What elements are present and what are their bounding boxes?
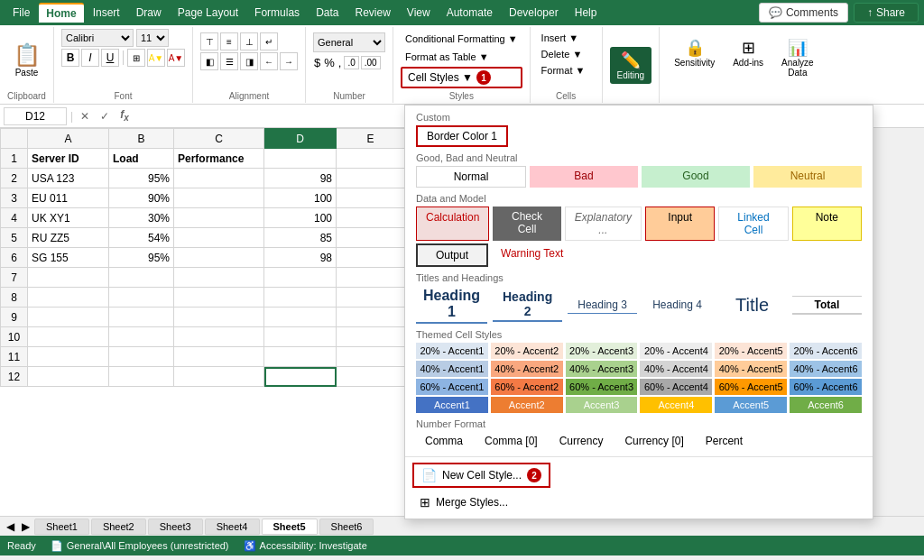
cell-A12[interactable] — [28, 367, 109, 387]
cell-B5[interactable]: 54% — [109, 228, 174, 248]
menu-page-layout[interactable]: Page Layout — [171, 4, 245, 22]
font-color-button[interactable]: A▼ — [167, 49, 185, 67]
italic-button[interactable]: I — [81, 49, 99, 67]
row-header-9[interactable]: 9 — [1, 308, 28, 327]
row-header-7[interactable]: 7 — [1, 268, 28, 288]
accent-20-4[interactable]: 20% - Accent4 — [640, 343, 712, 359]
menu-view[interactable]: View — [400, 4, 438, 22]
cell-E11[interactable] — [337, 347, 405, 367]
heading3-style[interactable]: Heading 3 — [568, 297, 637, 314]
sheet-tab-sheet6[interactable]: Sheet6 — [319, 519, 374, 535]
cell-B8[interactable] — [109, 288, 174, 308]
menu-automate[interactable]: Automate — [439, 4, 500, 22]
align-left-button[interactable]: ◧ — [200, 52, 218, 70]
cell-D6[interactable]: 98 — [264, 248, 337, 268]
cell-A7[interactable] — [28, 268, 109, 288]
accent-20-5[interactable]: 20% - Accent5 — [715, 343, 787, 359]
indent-increase-button[interactable]: → — [280, 52, 298, 70]
sheet-tab-sheet3[interactable]: Sheet3 — [148, 519, 203, 535]
cell-B2[interactable]: 95% — [109, 169, 174, 188]
cell-E7[interactable] — [337, 268, 405, 288]
cell-A11[interactable] — [28, 347, 109, 367]
cell-B6[interactable]: 95% — [109, 248, 174, 268]
accessibility-status[interactable]: ♿ Accessibility: Investigate — [244, 540, 367, 552]
accent-60-6[interactable]: 60% - Accent6 — [790, 379, 862, 395]
accent-60-4[interactable]: 60% - Accent4 — [640, 379, 712, 395]
cell-B1[interactable]: Load — [109, 149, 174, 169]
merge-styles-button[interactable]: ⊞ Merge Styles... — [412, 491, 515, 513]
row-header-6[interactable]: 6 — [1, 248, 28, 268]
cell-E12[interactable] — [337, 367, 405, 387]
row-header-8[interactable]: 8 — [1, 288, 28, 308]
cell-E1[interactable] — [337, 149, 405, 169]
accent-60-1[interactable]: 60% - Accent1 — [416, 379, 488, 395]
cell-D1[interactable] — [264, 149, 337, 169]
menu-home[interactable]: Home — [39, 3, 83, 23]
cell-C9[interactable] — [174, 308, 264, 327]
cell-C5[interactable] — [174, 228, 264, 248]
conditional-formatting-button[interactable]: Conditional Formatting ▼ — [401, 31, 522, 47]
cell-E10[interactable] — [337, 327, 405, 347]
currency0-format[interactable]: Currency [0] — [615, 432, 692, 450]
input-style[interactable]: Input — [645, 207, 715, 241]
cell-E8[interactable] — [337, 288, 405, 308]
heading2-style[interactable]: Heading 2 — [493, 288, 562, 322]
calculation-style[interactable]: Calculation — [416, 207, 489, 241]
currency-format[interactable]: Currency — [550, 432, 613, 450]
accent-60-5[interactable]: 60% - Accent5 — [715, 379, 787, 395]
accent-40-4[interactable]: 40% - Accent4 — [640, 361, 712, 377]
menu-developer[interactable]: Developer — [502, 4, 566, 22]
cell-D7[interactable] — [264, 268, 337, 288]
align-middle-button[interactable]: ≡ — [220, 32, 238, 50]
col-header-c[interactable]: C — [174, 129, 264, 149]
row-header-1[interactable]: 1 — [1, 149, 28, 169]
cell-A1[interactable]: Server ID — [28, 149, 109, 169]
border-color-1-style[interactable]: Border Color 1 — [416, 125, 508, 147]
cell-E4[interactable] — [337, 208, 405, 228]
cell-C7[interactable] — [174, 268, 264, 288]
title-style[interactable]: Title — [717, 295, 787, 316]
tab-next-button[interactable]: ▶ — [19, 520, 32, 533]
row-header-11[interactable]: 11 — [1, 347, 28, 367]
share-button[interactable]: ↑ Share — [854, 3, 919, 23]
accent-40-2[interactable]: 40% - Accent2 — [491, 361, 563, 377]
font-name-select[interactable]: Calibri — [61, 29, 134, 47]
borders-button[interactable]: ⊞ — [127, 49, 145, 67]
font-size-select[interactable]: 11 — [136, 29, 169, 47]
cell-B10[interactable] — [109, 327, 174, 347]
accent-20-3[interactable]: 20% - Accent3 — [566, 343, 638, 359]
accent2-style[interactable]: Accent2 — [491, 397, 563, 413]
cell-D9[interactable] — [264, 308, 337, 327]
cell-C10[interactable] — [174, 327, 264, 347]
underline-button[interactable]: U — [101, 49, 119, 67]
cell-E2[interactable] — [337, 169, 405, 188]
heading4-style[interactable]: Heading 4 — [642, 297, 712, 313]
note-style[interactable]: Note — [792, 207, 862, 241]
paste-button[interactable]: 📋 Paste — [8, 40, 46, 80]
heading1-style[interactable]: Heading 1 — [416, 286, 487, 324]
accent-20-2[interactable]: 20% - Accent2 — [491, 343, 563, 359]
insert-button[interactable]: Insert ▼ — [538, 31, 595, 45]
cell-C12[interactable] — [174, 367, 264, 387]
cell-D2[interactable]: 98 — [264, 169, 337, 188]
accent4-style[interactable]: Accent4 — [640, 397, 712, 413]
bad-style[interactable]: Bad — [530, 166, 638, 188]
editing-button[interactable]: ✏️ Editing — [610, 47, 652, 84]
cell-C1[interactable]: Performance — [174, 149, 264, 169]
cell-B9[interactable] — [109, 308, 174, 327]
cell-B4[interactable]: 30% — [109, 208, 174, 228]
comma-format[interactable]: Comma — [416, 432, 472, 450]
accent-40-3[interactable]: 40% - Accent3 — [566, 361, 638, 377]
cell-B12[interactable] — [109, 367, 174, 387]
accent-40-5[interactable]: 40% - Accent5 — [715, 361, 787, 377]
increase-decimal-button[interactable]: .00 — [361, 56, 381, 69]
tab-prev-button[interactable]: ◀ — [4, 520, 17, 533]
sheet-tab-sheet2[interactable]: Sheet2 — [91, 519, 146, 535]
cell-A8[interactable] — [28, 288, 109, 308]
comma0-format[interactable]: Comma [0] — [476, 432, 547, 450]
row-header-3[interactable]: 3 — [1, 188, 28, 208]
fill-color-button[interactable]: A▼ — [147, 49, 165, 67]
cell-E9[interactable] — [337, 308, 405, 327]
row-header-10[interactable]: 10 — [1, 327, 28, 347]
cell-styles-button[interactable]: Cell Styles ▼ 1 — [401, 67, 522, 88]
